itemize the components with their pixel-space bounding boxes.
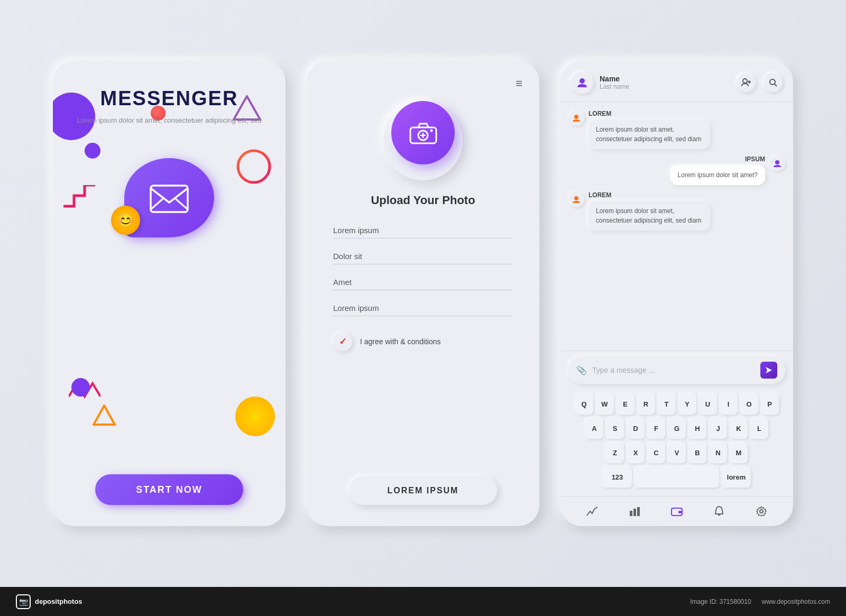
menu-icon[interactable]: ≡ bbox=[516, 77, 523, 90]
agree-row[interactable]: ✓ I agree with & conditions bbox=[333, 332, 513, 351]
user-avatar bbox=[571, 71, 593, 94]
deco-triangle-orange bbox=[93, 404, 116, 426]
nav-bell-icon[interactable] bbox=[710, 502, 729, 521]
key-f[interactable]: F bbox=[647, 418, 665, 439]
svg-point-18 bbox=[775, 160, 779, 164]
messenger-bubble-wrap: 😊 bbox=[124, 158, 214, 237]
key-l[interactable]: L bbox=[750, 418, 768, 439]
message-input[interactable]: Type a message ... bbox=[592, 366, 755, 374]
field-label-4: Lorem ipsum bbox=[333, 304, 513, 316]
key-v[interactable]: V bbox=[668, 442, 686, 463]
image-id: Image ID: 371580010 bbox=[690, 598, 751, 605]
chat-header: Name Last name bbox=[560, 61, 793, 102]
camera-upload-wrapper bbox=[383, 101, 463, 180]
svg-marker-20 bbox=[766, 367, 772, 373]
key-c[interactable]: C bbox=[647, 442, 665, 463]
key-z[interactable]: Z bbox=[606, 442, 624, 463]
svg-line-4 bbox=[151, 199, 163, 209]
message-input-row: 📎 Type a message ... bbox=[568, 356, 785, 384]
key-s[interactable]: S bbox=[606, 418, 624, 439]
svg-point-1 bbox=[238, 151, 270, 182]
key-k[interactable]: K bbox=[730, 418, 748, 439]
start-now-button[interactable]: START NOW bbox=[95, 474, 243, 505]
key-u[interactable]: U bbox=[699, 393, 717, 415]
submit-button[interactable]: LOREM IPSUM bbox=[349, 476, 497, 505]
nav-wallet-icon[interactable] bbox=[667, 502, 686, 521]
key-x[interactable]: X bbox=[627, 442, 645, 463]
emoji-face: 😊 bbox=[111, 206, 140, 235]
send-icon bbox=[765, 366, 773, 374]
send-button[interactable] bbox=[760, 362, 777, 379]
key-space[interactable] bbox=[635, 466, 719, 488]
nav-bar-chart-icon[interactable] bbox=[625, 502, 644, 521]
key-row-4: 123 lorem bbox=[566, 466, 788, 488]
svg-point-19 bbox=[574, 196, 578, 200]
svg-point-11 bbox=[580, 78, 585, 84]
add-user-button[interactable] bbox=[737, 73, 756, 92]
paperclip-icon: 📎 bbox=[576, 365, 587, 375]
checkbox-agree[interactable]: ✓ bbox=[333, 332, 352, 351]
svg-rect-25 bbox=[678, 511, 682, 513]
key-123[interactable]: 123 bbox=[603, 466, 632, 488]
key-q[interactable]: Q bbox=[575, 393, 593, 415]
field-label-3: Amet bbox=[333, 278, 513, 290]
key-lorem[interactable]: lorem bbox=[722, 466, 751, 488]
key-w[interactable]: W bbox=[596, 393, 614, 415]
footer-website: www.depositphotos.com bbox=[762, 598, 830, 605]
camera-upload-button[interactable] bbox=[391, 101, 455, 164]
msg-sender-1: LOREM bbox=[588, 110, 710, 117]
message-row-3: LOREM Lorem ipsum dolor sit amet, consec… bbox=[568, 191, 785, 231]
svg-marker-2 bbox=[94, 406, 115, 425]
chat-name-block: Name Last name bbox=[600, 75, 730, 90]
footer-logo: 📷 depositphotos bbox=[16, 594, 82, 609]
key-g[interactable]: G bbox=[668, 418, 686, 439]
key-o[interactable]: O bbox=[740, 393, 758, 415]
camera-icon bbox=[409, 121, 438, 145]
form-field-1[interactable]: Lorem ipsum bbox=[333, 226, 513, 238]
svg-line-5 bbox=[176, 199, 188, 209]
main-content: MESSENGER Lorem ipsum dolor sit amet, co… bbox=[0, 0, 846, 587]
camera-ring bbox=[383, 101, 463, 180]
nav-gear-icon[interactable] bbox=[752, 502, 771, 521]
key-i[interactable]: I bbox=[720, 393, 738, 415]
key-r[interactable]: R bbox=[637, 393, 655, 415]
depositphotos-logo-icon: 📷 bbox=[16, 594, 31, 609]
phone3-chat: Name Last name bbox=[560, 61, 793, 526]
key-d[interactable]: D bbox=[627, 418, 645, 439]
deco-circle-outline bbox=[235, 148, 272, 185]
key-a[interactable]: A bbox=[585, 418, 603, 439]
deco-purple-circle-sm bbox=[85, 143, 100, 159]
chat-input-area: 📎 Type a message ... bbox=[560, 351, 793, 389]
key-y[interactable]: Y bbox=[678, 393, 696, 415]
deco-purple-dot-bottom bbox=[71, 378, 90, 397]
key-p[interactable]: P bbox=[761, 393, 779, 415]
search-button[interactable] bbox=[764, 73, 783, 92]
nav-chart-icon[interactable] bbox=[583, 502, 602, 521]
bottom-nav bbox=[560, 496, 793, 526]
svg-rect-3 bbox=[151, 186, 188, 212]
envelope-icon bbox=[148, 180, 190, 215]
form-field-3[interactable]: Amet bbox=[333, 278, 513, 290]
key-m[interactable]: M bbox=[730, 442, 748, 463]
msg-sender-3: LOREM bbox=[588, 191, 710, 199]
msg-sender-2: IPSUM bbox=[745, 155, 765, 163]
footer-bar: 📷 depositphotos Image ID: 371580010 www.… bbox=[0, 587, 846, 616]
footer-logo-text: depositphotos bbox=[35, 597, 82, 605]
svg-rect-23 bbox=[637, 507, 640, 516]
key-b[interactable]: B bbox=[688, 442, 706, 463]
form-field-2[interactable]: Dolor sit bbox=[333, 252, 513, 264]
key-e[interactable]: E bbox=[617, 393, 635, 415]
search-icon bbox=[769, 78, 777, 87]
add-user-icon bbox=[741, 78, 751, 87]
key-h[interactable]: H bbox=[688, 418, 706, 439]
msg-avatar-1 bbox=[568, 110, 584, 126]
msg-block-2: IPSUM Lorem ipsum dolor sit amet? bbox=[670, 155, 765, 185]
svg-line-16 bbox=[775, 84, 777, 86]
form-field-4[interactable]: Lorem ipsum bbox=[333, 304, 513, 316]
msg-bubble-1: Lorem ipsum dolor sit amet, consectetuer… bbox=[588, 119, 710, 149]
msg-avatar-3 bbox=[568, 191, 584, 207]
key-t[interactable]: T bbox=[658, 393, 676, 415]
key-j[interactable]: J bbox=[709, 418, 727, 439]
key-row-2: A S D F G H J K L bbox=[566, 418, 788, 439]
key-n[interactable]: N bbox=[709, 442, 727, 463]
